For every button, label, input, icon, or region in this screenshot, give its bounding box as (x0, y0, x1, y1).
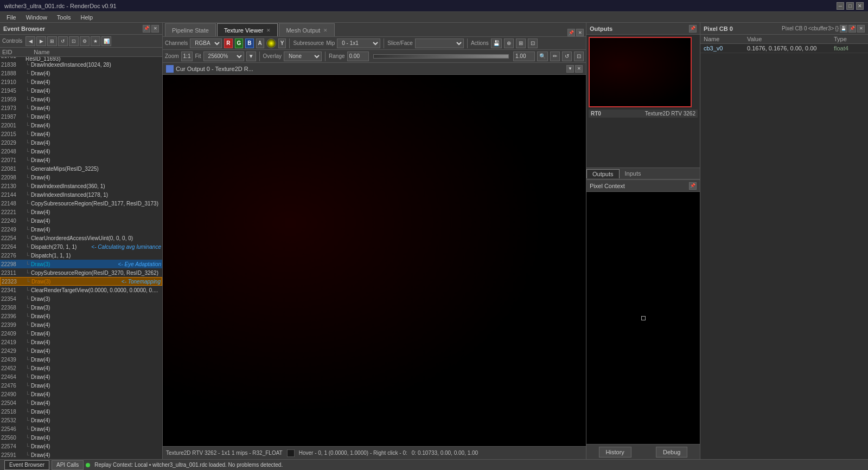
output-header-close[interactable]: ✕ (575, 65, 583, 73)
tab-texture-close-icon[interactable]: ✕ (266, 28, 271, 33)
event-row[interactable]: 22490└ Draw(4) (0, 390, 162, 398)
tabs-pin-icon[interactable]: 📌 (567, 29, 575, 36)
outputs-tab[interactable]: Outputs (586, 169, 620, 178)
zoom-11-button[interactable]: 1:1 (181, 51, 193, 61)
event-row[interactable]: 22399└ Draw(4) (0, 320, 162, 329)
event-row[interactable]: 22532└ Draw(4) (0, 416, 162, 424)
close-panel-icon[interactable]: ✕ (151, 25, 159, 33)
event-row[interactable]: 21888└ Draw(4) (0, 69, 162, 78)
event-row[interactable]: 22323└ Draw(3)<- Tonemapping (0, 277, 162, 286)
event-row[interactable]: 22341└ ClearRenderTargetView(0.0000, 0.0… (0, 286, 162, 294)
tab-mesh-close-icon[interactable]: ✕ (323, 28, 328, 33)
color-circle-1[interactable] (266, 38, 276, 48)
event-row[interactable]: 22144└ DrawIndexedInstanced(1278, 1) (0, 190, 162, 199)
event-row[interactable]: 22254└ ClearUnorderedAccessViewUint(0, 0… (0, 234, 162, 242)
y-button[interactable]: Y (278, 38, 286, 48)
event-row[interactable]: 22276└ Dispatch(1, 1, 1) (0, 251, 162, 260)
pixel-context-pin-icon[interactable]: 📌 (689, 182, 697, 190)
range-reset[interactable]: ↺ (562, 51, 572, 61)
event-row[interactable]: 22298└ Draw(3)<- Eye Adaptation (0, 260, 162, 268)
ctrl-icon1[interactable]: ⊞ (47, 36, 57, 46)
event-row[interactable]: 22130└ DrawIndexedInstanced(360, 1) (0, 182, 162, 190)
pin-icon[interactable]: 📌 (143, 25, 150, 33)
inputs-tab[interactable]: Inputs (620, 169, 647, 178)
event-row[interactable]: 22029└ Draw(4) (0, 138, 162, 147)
event-row[interactable]: 21945└ Draw(4) (0, 86, 162, 95)
api-calls-bottom-tab[interactable]: API Calls (52, 460, 84, 470)
minimize-button[interactable]: ─ (837, 2, 844, 10)
event-browser-bottom-tab[interactable]: Event Browser (4, 460, 49, 470)
event-row[interactable]: 21973└ Draw(4) (0, 104, 162, 112)
event-row[interactable]: 22464└ Draw(4) (0, 372, 162, 381)
range-max-input[interactable] (513, 51, 535, 61)
channel-g-button[interactable]: G (235, 38, 244, 48)
event-row[interactable]: 22368└ Draw(3) (0, 303, 162, 312)
event-list[interactable]: 21670└ DrawIndexed(36)21684└ DrawIndexed… (0, 57, 162, 459)
event-row[interactable]: 22071└ Draw(4) (0, 156, 162, 164)
ctrl-forward-btn[interactable]: ▶ (36, 36, 46, 46)
slice-face-dropdown[interactable] (415, 38, 464, 48)
texture-canvas[interactable] (163, 75, 586, 446)
range-pencil[interactable]: ✏ (550, 51, 560, 61)
outputs-pin-icon[interactable]: 📌 (689, 25, 697, 33)
pixel-cb-close[interactable]: ✕ (857, 25, 865, 33)
ctrl-icon4[interactable]: ⚙ (80, 36, 90, 46)
range-zoom-in[interactable]: 🔍 (537, 51, 548, 61)
event-row[interactable]: 22148└ CopySubresourceRegion(ResID_3177,… (0, 199, 162, 208)
event-row[interactable]: 22452└ Draw(4) (0, 364, 162, 372)
maximize-button[interactable]: □ (846, 2, 854, 10)
channel-a-button[interactable]: A (256, 38, 264, 48)
ctrl-icon2[interactable]: ↺ (58, 36, 68, 46)
output-header-arrow-down[interactable]: ▼ (566, 65, 574, 73)
event-row[interactable]: 22560└ Draw(4) (0, 433, 162, 442)
cb-row-0[interactable]: cb3_v0 0.1676, 0.1676, 0.00, 0.00 float4 (700, 44, 868, 53)
event-row[interactable]: 22546└ Draw(4) (0, 424, 162, 433)
actions-icon3[interactable]: ⊞ (516, 38, 526, 48)
event-row[interactable]: 22015└ Draw(4) (0, 130, 162, 138)
ctrl-icon5[interactable]: ★ (91, 36, 100, 46)
event-row[interactable]: 21838└ DrawIndexedInstanced(1024, 28) (0, 60, 162, 69)
menu-file[interactable]: File (2, 13, 21, 22)
event-row[interactable]: 22396└ Draw(4) (0, 312, 162, 320)
tab-mesh-output[interactable]: Mesh Output ✕ (279, 23, 335, 36)
mip-dropdown[interactable]: 0 - 1x1 (337, 38, 380, 48)
menu-help[interactable]: Help (76, 13, 98, 22)
event-row[interactable]: 22354└ Draw(3) (0, 294, 162, 303)
actions-icon2[interactable]: ⊕ (504, 38, 514, 48)
event-row[interactable]: 22240└ Draw(4) (0, 216, 162, 225)
range-min-input[interactable] (347, 51, 369, 61)
event-row[interactable]: 22574└ Draw(4) (0, 442, 162, 450)
event-row[interactable]: 21987└ Draw(4) (0, 112, 162, 121)
event-row[interactable]: 22429└ Draw(4) (0, 346, 162, 355)
fit-dropdown[interactable]: 25600% (203, 51, 244, 61)
zoom-arrow-down[interactable]: ▼ (246, 51, 256, 61)
event-row[interactable]: 22098└ Draw(4) (0, 173, 162, 182)
tab-pipeline-state[interactable]: Pipeline State (165, 23, 216, 36)
tab-texture-viewer[interactable]: Texture Viewer ✕ (217, 23, 278, 36)
menu-window[interactable]: Window (22, 13, 52, 22)
event-row[interactable]: 22504└ Draw(4) (0, 398, 162, 407)
history-button[interactable]: History (599, 447, 631, 458)
rt0-thumbnail[interactable] (589, 37, 692, 107)
event-row[interactable]: 22001└ Draw(4) (0, 121, 162, 130)
event-row[interactable]: 22409└ Draw(4) (0, 329, 162, 338)
ctrl-icon3[interactable]: ⊡ (69, 36, 79, 46)
event-row[interactable]: 22081└ GenerateMips(ResID_3225) (0, 164, 162, 173)
debug-button[interactable]: Debug (656, 447, 687, 458)
pixel-cb-pin[interactable]: 📌 (848, 25, 856, 33)
channel-r-button[interactable]: R (224, 38, 232, 48)
channels-dropdown[interactable]: RGBA (190, 38, 222, 48)
pixel-context-canvas[interactable] (586, 192, 700, 444)
actions-icon4[interactable]: ⊡ (528, 38, 538, 48)
event-row[interactable]: 22048└ Draw(4) (0, 147, 162, 156)
event-row[interactable]: 21910└ Draw(4) (0, 78, 162, 86)
event-row[interactable]: 22591└ Draw(4) (0, 450, 162, 459)
channel-b-button[interactable]: B (245, 38, 253, 48)
actions-save-icon[interactable]: 💾 (491, 38, 502, 48)
event-row[interactable]: 22249└ Draw(4) (0, 225, 162, 234)
overlay-dropdown[interactable]: None (284, 51, 322, 61)
event-row[interactable]: 22419└ Draw(4) (0, 338, 162, 346)
event-row[interactable]: 22518└ Draw(4) (0, 407, 162, 416)
event-row[interactable]: 22311└ CopySubresourceRegion(ResID_3270,… (0, 268, 162, 277)
ctrl-back-btn[interactable]: ◀ (25, 36, 35, 46)
